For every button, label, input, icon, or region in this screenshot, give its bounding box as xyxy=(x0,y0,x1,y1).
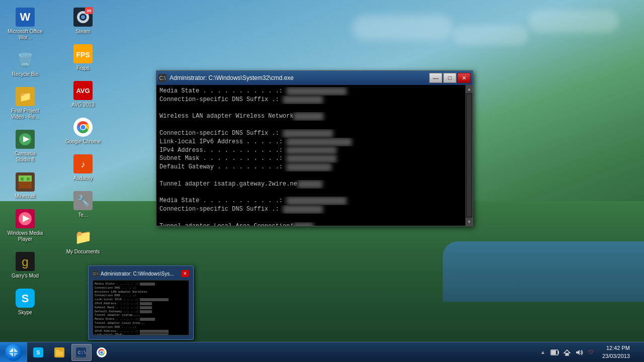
clock-date: 23/03/2013 xyxy=(602,352,630,360)
final-project-icon: 📁 xyxy=(15,86,35,107)
google-chrome-label: Google Chrome xyxy=(65,139,101,145)
svg-text:📁: 📁 xyxy=(19,90,32,103)
final-project-label: Final Project Video - Re... xyxy=(7,108,43,120)
desktop-icon-fraps[interactable]: FPS Fraps xyxy=(63,42,103,73)
desktop-icon-camtasia[interactable]: Camtasia Studio 8 xyxy=(5,127,45,165)
clock[interactable]: 12:42 PM 23/03/2013 xyxy=(598,344,634,360)
cmd-content[interactable]: Media State . . . . . . . . . . .: Conne… xyxy=(156,85,465,226)
cmd-line-16 xyxy=(159,214,462,222)
svg-marker-53 xyxy=(576,350,580,355)
cmd-line-6: Connection-specific DNS Suffix .: xyxy=(159,129,462,138)
audacity-label: Audacity xyxy=(73,175,93,182)
show-desktop-button[interactable] xyxy=(636,342,640,363)
scroll-up-arrow[interactable]: ▲ xyxy=(466,85,472,93)
svg-rect-50 xyxy=(558,351,559,354)
avg-icon: AVG xyxy=(73,80,93,101)
cloud-2 xyxy=(453,25,528,45)
desktop-icon-google-chrome[interactable]: Google Chrome xyxy=(63,115,103,147)
taskbar-item-skype[interactable]: S xyxy=(29,344,49,361)
taskbar-item-explorer[interactable] xyxy=(50,344,70,361)
camtasia-icon xyxy=(15,129,35,149)
garrys-mod-label: Garry's Mod xyxy=(12,273,39,279)
scroll-down-arrow[interactable]: ▼ xyxy=(466,218,472,226)
svg-rect-13 xyxy=(27,177,30,180)
preview-close-button[interactable]: ✕ xyxy=(181,270,189,277)
start-button[interactable] xyxy=(0,342,27,363)
svg-rect-42 xyxy=(56,350,59,352)
tray-network-icon xyxy=(562,347,572,357)
avg-label: AVG 2013 xyxy=(71,102,94,108)
desktop-icon-skype[interactable]: S Skype xyxy=(5,286,45,318)
svg-rect-12 xyxy=(21,177,24,180)
taskbar-preview[interactable]: C:\ Administrator: C:\Windows\Sys... ✕ M… xyxy=(88,265,194,340)
cmd-line-10: Default Gateway . . . . . . . . .: xyxy=(159,163,462,171)
taskbar-items: S C:\ xyxy=(27,342,534,362)
taskbar-explorer-icon xyxy=(54,347,64,357)
cmd-line-12: Tunnel adapter isatap.gateway.2wire.ne xyxy=(159,180,462,189)
cmd-line-8: IPv4 Address. . . . . . . . . . .: xyxy=(159,146,462,155)
desktop-icon-my-documents[interactable]: 📁 My Documents xyxy=(63,225,103,257)
cmd-title-icon: C:\ xyxy=(158,74,167,82)
google-chrome-icon xyxy=(73,117,93,137)
cmd-line-3 xyxy=(159,104,462,113)
preview-cmd-content: Media State . . . . . .: xxxxxxxxxx Conn… xyxy=(93,281,189,335)
svg-rect-11 xyxy=(19,182,32,189)
desktop-icon-minecraft[interactable]: Minecraft xyxy=(5,170,45,202)
cmd-line-4: Wireless LAN adapter Wireless Network xyxy=(159,112,462,121)
preview-thumbnail[interactable]: Media State . . . . . .: xxxxxxxxxx Conn… xyxy=(93,280,189,335)
taskbar-skype-icon: S xyxy=(33,347,43,357)
my-documents-icon: 📁 xyxy=(73,227,93,247)
desktop-icon-steam[interactable]: 99 Steam xyxy=(63,5,103,37)
start-orb xyxy=(5,344,22,361)
preview-title-left: C:\ Administrator: C:\Windows\Sys... xyxy=(93,270,174,277)
maximize-button[interactable]: □ xyxy=(443,73,456,83)
desktop-icon-avg[interactable]: AVG AVG 2013 xyxy=(63,78,103,110)
cloud-3 xyxy=(528,10,619,33)
taskbar-item-chrome[interactable] xyxy=(93,344,113,361)
svg-point-48 xyxy=(100,351,103,354)
svg-text:_: _ xyxy=(77,354,80,357)
recycle-bin-label: Recycle Bin xyxy=(12,71,39,77)
svg-text:S: S xyxy=(22,292,29,305)
desktop-icon-windows-media[interactable]: Windows Media Player xyxy=(5,207,45,244)
close-button[interactable]: ✕ xyxy=(457,73,470,83)
fraps-label: Fraps xyxy=(76,65,90,71)
windows-media-icon xyxy=(15,209,35,229)
desktop-icon-final-project[interactable]: 📁 Final Project Video - Re... xyxy=(5,84,45,122)
scroll-thumb[interactable] xyxy=(467,94,471,217)
camtasia-label: Camtasia Studio 8 xyxy=(7,151,43,163)
tray-show-hidden-button[interactable]: ▲ xyxy=(538,347,548,357)
taskbar-item-cmd[interactable]: C:\ _ xyxy=(71,344,92,361)
tools-icon: 🔧 xyxy=(73,191,93,211)
cmd-scrollbar[interactable]: ▲ ▼ xyxy=(465,85,472,226)
my-documents-label: My Documents xyxy=(66,249,100,255)
system-tray[interactable]: ▲ 🛡 xyxy=(534,342,644,362)
skype-icon: S xyxy=(15,288,35,308)
tools-label: Te... xyxy=(78,212,88,218)
cmd-line-13 xyxy=(159,189,462,197)
fraps-icon: FPS xyxy=(73,44,93,64)
desktop-icon-tools[interactable]: 🔧 Te... xyxy=(63,189,103,220)
desktop-icon-recycle-bin[interactable]: 🗑️ Recycle Bin xyxy=(5,48,45,79)
desktop-icon-audacity[interactable]: ♪ Audacity xyxy=(63,152,103,184)
preview-title-text: Administrator: C:\Windows\Sys... xyxy=(101,271,174,277)
cmd-window[interactable]: C:\ Administrator: C:\Windows\System32\c… xyxy=(156,70,473,226)
desktop-icon-garrys-mod[interactable]: g Garry's Mod xyxy=(5,249,45,281)
tray-security-icon: 🛡 xyxy=(586,347,596,357)
cmd-title-text: Administrator: C:\Windows\System32\cmd.e… xyxy=(170,74,294,81)
taskbar-chrome-icon xyxy=(97,347,107,357)
taskbar-cmd-icon: C:\ _ xyxy=(76,347,86,357)
desktop-icon-microsoft-office[interactable]: W Microsoft Office Wor... xyxy=(5,5,45,43)
svg-text:🗑️: 🗑️ xyxy=(17,52,34,68)
svg-text:📁: 📁 xyxy=(74,229,92,245)
cmd-body: Media State . . . . . . . . . . .: Conne… xyxy=(156,85,472,226)
cmd-title-left: C:\ Administrator: C:\Windows\System32\c… xyxy=(158,74,294,82)
svg-text:FPS: FPS xyxy=(76,51,90,59)
cloud-1 xyxy=(352,15,453,40)
minimize-button[interactable]: — xyxy=(429,73,442,83)
tray-volume-icon xyxy=(574,347,584,357)
window-controls[interactable]: — □ ✕ xyxy=(429,73,470,83)
recycle-bin-icon: 🗑️ xyxy=(15,50,35,70)
taskbar[interactable]: S C:\ xyxy=(0,342,644,362)
cmd-titlebar[interactable]: C:\ Administrator: C:\Windows\System32\c… xyxy=(156,71,472,85)
